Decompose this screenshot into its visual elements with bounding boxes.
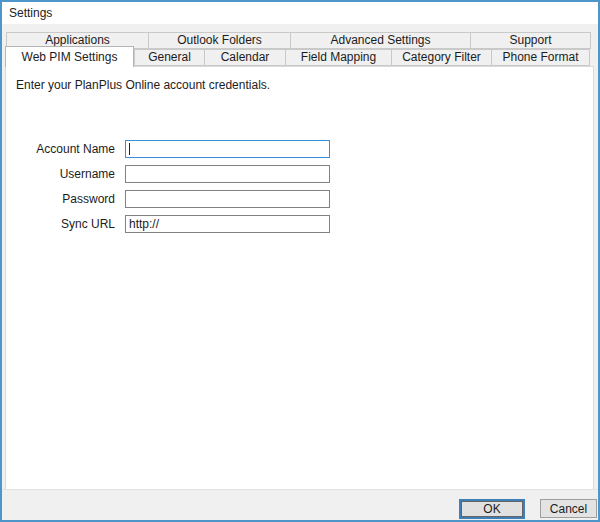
window-title: Settings — [9, 6, 52, 20]
ok-button[interactable]: OK — [461, 501, 523, 517]
username-input[interactable] — [125, 165, 330, 183]
tab-general[interactable]: General — [134, 49, 205, 66]
ok-button-focus-ring: OK — [459, 499, 525, 519]
tab-page-panel — [5, 66, 594, 490]
settings-dialog: Settings Applications Outlook Folders Ad… — [0, 0, 600, 522]
tab-phone-format[interactable]: Phone Format — [491, 49, 590, 66]
password-label: Password — [15, 192, 115, 206]
username-label: Username — [15, 167, 115, 181]
tab-outlook-folders[interactable]: Outlook Folders — [148, 32, 291, 49]
password-input[interactable] — [125, 190, 330, 208]
tab-category-filter[interactable]: Category Filter — [391, 49, 492, 66]
tab-calendar[interactable]: Calendar — [204, 49, 286, 66]
account-name-input[interactable] — [125, 140, 330, 158]
account-name-label: Account Name — [15, 142, 115, 156]
tab-support[interactable]: Support — [470, 32, 591, 49]
sync-url-label: Sync URL — [15, 217, 115, 231]
tab-web-pim-settings[interactable]: Web PIM Settings — [5, 46, 134, 67]
cancel-button[interactable]: Cancel — [540, 499, 597, 518]
tab-field-mapping[interactable]: Field Mapping — [285, 49, 392, 66]
tab-row-bottom: General Calendar Field Mapping Category … — [134, 49, 589, 66]
sync-url-input[interactable] — [125, 215, 330, 233]
title-bar[interactable]: Settings — [2, 2, 598, 24]
text-caret — [129, 143, 130, 155]
tab-advanced-settings[interactable]: Advanced Settings — [290, 32, 471, 49]
credentials-instruction: Enter your PlanPlus Online account crede… — [16, 78, 270, 92]
